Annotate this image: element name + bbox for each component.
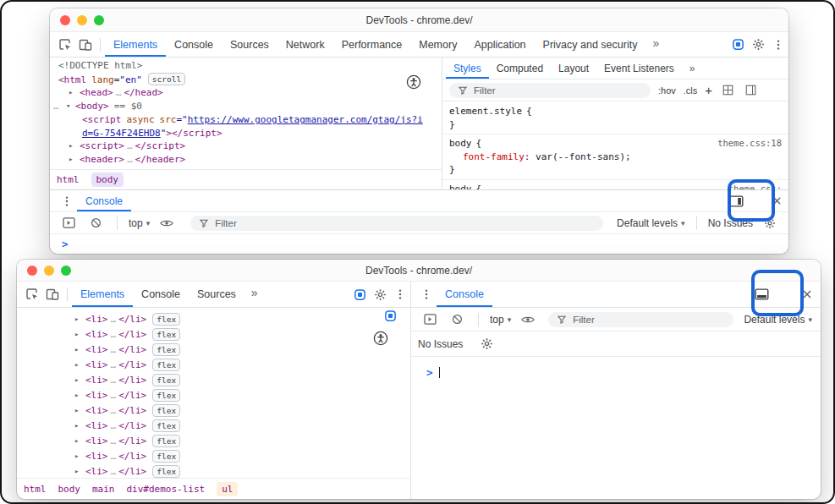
tab-sources[interactable]: Sources [189,282,244,307]
breadcrumb-item-main[interactable]: main [92,484,115,495]
more-tabs-button[interactable]: » [645,32,666,57]
breadcrumb-item-body[interactable]: body [58,484,81,495]
settings-gear-icon[interactable] [370,284,390,304]
attribute-link[interactable]: d=G-754F24EHD8 [82,128,161,139]
breadcrumb-item-body[interactable]: body [91,173,124,187]
collapsed-content-ellipsis[interactable]: … [108,466,119,477]
expand-arrow-icon[interactable]: ▸ [74,452,85,460]
tree-row[interactable]: <scriptasyncsrc="https://www.googletagma… [50,113,442,127]
tree-row[interactable]: ▸<li>…</li>flex [17,433,410,448]
sync-icon[interactable] [349,284,370,304]
tab-sources[interactable]: Sources [222,32,277,57]
tab-event-listeners[interactable]: Event Listeners [596,58,682,79]
flex-badge[interactable]: flex [152,389,180,402]
css-declaration[interactable]: font-family: var(--font-sans); [442,151,788,164]
flex-badge[interactable]: flex [152,404,180,417]
dock-to-right-button[interactable] [726,191,746,211]
collapsed-content-ellipsis[interactable]: … [124,140,135,151]
drawer-tab-console[interactable]: Console [437,282,492,307]
close-window-button[interactable] [27,266,37,276]
inspect-icon[interactable] [55,35,75,55]
expand-arrow-icon[interactable]: ▸ [74,467,85,475]
context-selector[interactable]: top▾ [490,314,511,326]
grid-toggle-icon[interactable] [720,80,735,101]
console-prompt[interactable]: > [411,357,821,379]
accessibility-icon[interactable] [406,74,421,90]
tree-row[interactable]: ▸<header>…</header> [50,153,442,167]
expand-arrow-icon[interactable]: ▸ [74,436,85,445]
tree-row[interactable]: ▸<li>…</li>flex [17,342,410,357]
attribute-link[interactable]: https://www.googletagmanager.com/gtag/js… [188,114,423,125]
collapse-arrow-icon[interactable]: ▾ [66,100,75,113]
collapsed-content-ellipsis[interactable]: … [108,390,119,401]
minimize-window-button[interactable] [77,15,87,25]
tree-row[interactable]: ▸<li>…</li>flex [17,357,410,372]
tree-row[interactable]: ▸<li>…</li>flex [17,311,410,326]
tree-row[interactable]: <!DOCTYPE html> [50,59,442,73]
tab-elements[interactable]: Elements [72,282,133,307]
settings-gear-icon[interactable] [748,35,768,55]
flex-badge[interactable]: flex [152,359,180,371]
issues-counter[interactable]: No Issues [708,217,753,229]
close-devtools-button[interactable] [766,191,787,211]
scroll-badge[interactable]: scroll [148,73,185,85]
styles-filter-input[interactable]: Filter [449,83,651,98]
new-style-rule-button[interactable]: + [705,84,712,96]
clear-console-icon[interactable] [85,213,106,233]
sync-icon[interactable] [728,35,748,55]
more-tabs-button[interactable]: » [682,58,703,79]
tree-row[interactable]: ▸<li>…</li>flex [17,418,410,433]
drawer-tab-console[interactable]: Console [77,190,131,211]
tab-computed[interactable]: Computed [489,58,551,79]
menu-dots-icon[interactable] [390,284,410,304]
tree-row[interactable]: ▸<li>…</li>flex [17,463,410,478]
console-filter-input[interactable]: Filter [548,312,733,327]
tab-performance[interactable]: Performance [333,32,411,57]
tab-memory[interactable]: Memory [410,32,465,57]
css-rule[interactable]: element.style{ [442,105,788,118]
flex-badge[interactable]: flex [152,435,180,447]
tree-row[interactable]: ▸<li>…</li>flex [17,403,410,418]
tree-row[interactable]: ▸<li>…</li>flex [17,372,410,387]
flex-badge[interactable]: flex [152,328,180,341]
expand-arrow-icon[interactable]: ▸ [69,86,80,100]
collapsed-content-ellipsis[interactable]: … [108,405,119,416]
flex-badge[interactable]: flex [152,343,180,356]
tree-row[interactable]: ▸<li>…</li>flex [17,326,410,342]
expand-arrow-icon[interactable]: ▸ [74,406,85,414]
clear-console-icon[interactable] [447,310,467,330]
breadcrumb-item-ul[interactable]: ul [217,482,238,496]
console-prompt[interactable]: > [50,234,788,254]
expand-arrow-icon[interactable]: ▸ [69,153,80,167]
expand-arrow-icon[interactable]: ▸ [74,315,85,323]
collapsed-content-ellipsis[interactable]: … [108,329,119,340]
console-sidebar-toggle-icon[interactable] [420,310,440,330]
expand-arrow-icon[interactable]: ▸ [74,360,85,369]
pane-toggle-icon[interactable] [743,80,758,101]
stylesheet-link[interactable]: theme.css:18 [717,137,782,151]
css-rule[interactable]: body{theme.css: [442,183,788,190]
close-devtools-button[interactable] [797,284,817,304]
device-toolbar-icon[interactable] [42,284,63,304]
flex-badge[interactable]: flex [152,465,180,478]
expand-arrow-icon[interactable]: ▸ [74,375,85,384]
console-sidebar-toggle-icon[interactable] [58,213,79,233]
zoom-window-button[interactable] [61,266,71,276]
zoom-window-button[interactable] [94,15,104,25]
tab-application[interactable]: Application [465,32,534,57]
breadcrumb-item-demos-list[interactable]: div#demos-list [127,484,206,495]
drawer-menu-dots-icon[interactable] [416,284,437,304]
flex-badge[interactable]: flex [152,419,180,432]
element-class-button[interactable]: .cls [684,85,698,96]
collapsed-content-ellipsis[interactable]: … [124,154,135,165]
more-tabs-button[interactable]: » [244,282,265,307]
tree-row[interactable]: ▸<script>…</script> [50,140,442,153]
tab-network[interactable]: Network [277,32,333,57]
tab-elements[interactable]: Elements [105,32,166,57]
console-settings-gear-icon[interactable] [760,213,780,233]
tree-row[interactable]: <htmllang="en"scroll [50,73,442,87]
tree-row[interactable]: ▸<li>…</li>flex [17,448,410,463]
collapsed-content-ellipsis[interactable]: … [108,344,119,355]
tab-layout[interactable]: Layout [551,58,596,79]
expand-arrow-icon[interactable]: ▸ [74,345,85,353]
